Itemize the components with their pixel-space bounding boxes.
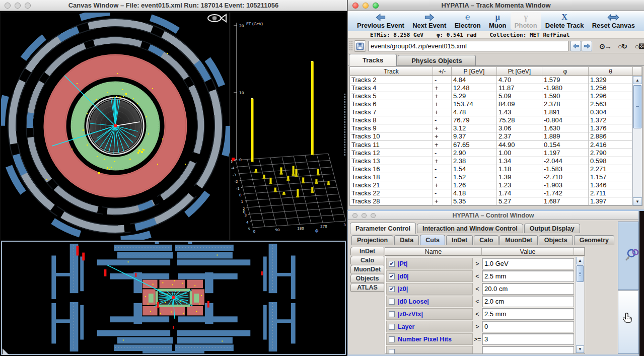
column-header[interactable]: +/-: [433, 67, 452, 76]
column-header[interactable]: φ: [542, 67, 589, 76]
tab-interaction-and-window-control[interactable]: Interaction and Window Control: [417, 224, 523, 233]
etmis-value: ETMis: 8.258 GeV: [370, 32, 423, 38]
table-row[interactable]: Tracks 2-4.844.701.5791.329: [350, 76, 632, 84]
cuts-scrollbar[interactable]: ▲ ▼: [576, 257, 584, 353]
table-row[interactable]: Tracks 12-2.901.001.1972.790: [350, 149, 632, 157]
checkbox-checked[interactable]: ✔: [389, 273, 395, 279]
checkbox-checked[interactable]: ✔: [389, 286, 395, 292]
table-cell: 1.889: [542, 132, 589, 140]
next-file-button[interactable]: [582, 41, 592, 51]
lego-plot-panel[interactable]: 01020ET (GeV)090180270360Φ-5-4-3-2-10123…: [231, 13, 346, 240]
tab-cuts[interactable]: Cuts: [420, 235, 445, 245]
side-tab-calo[interactable]: Calo: [350, 256, 384, 264]
checkbox-unchecked[interactable]: [389, 299, 395, 305]
table-row[interactable]: Tracks 4+12.4811.87-1.9801.256: [350, 84, 632, 92]
tab-calo[interactable]: Calo: [474, 235, 498, 245]
table-row[interactable]: Tracks 6+153.7484.092.3782.563: [350, 100, 632, 108]
table-cell: Tracks 28: [350, 197, 433, 205]
column-header[interactable]: P [GeV]: [452, 67, 497, 76]
table-row[interactable]: Tracks 21+1.261.23-1.9031.346: [350, 181, 632, 189]
table-cell: 4.84: [452, 76, 497, 84]
random-mode-icon[interactable]: ○⚄: [632, 40, 644, 52]
cut-value-input[interactable]: [482, 346, 574, 354]
previous-file-button[interactable]: [570, 41, 581, 51]
splitter-grip[interactable]: [344, 93, 346, 156]
cut-value-input[interactable]: [482, 333, 574, 345]
scroll-up-icon[interactable]: ▲: [633, 76, 642, 84]
svg-text:90: 90: [275, 228, 280, 232]
delete-track-button[interactable]: XDelete Track: [541, 12, 588, 30]
side-tab-indet[interactable]: InDet: [350, 247, 384, 255]
tab-physics-objects[interactable]: Physics Objects: [398, 55, 475, 65]
muon-button[interactable]: μMuon: [485, 12, 511, 30]
scroll-down-icon[interactable]: ▼: [633, 197, 642, 205]
cut-value-input[interactable]: [482, 283, 574, 295]
electron-button[interactable]: ℮Electron: [451, 12, 485, 30]
reset-canvas-button[interactable]: Reset Canvas: [588, 12, 639, 30]
table-row[interactable]: Tracks 5+5.295.091.5901.296: [350, 92, 632, 100]
column-header[interactable]: θ: [589, 67, 633, 76]
tab-tracks[interactable]: Tracks: [349, 54, 397, 66]
table-row[interactable]: Tracks 10+9.372.371.8892.886: [350, 132, 632, 140]
scroll-down-icon[interactable]: ▼: [576, 345, 584, 353]
table-row[interactable]: Tracks 22-4.181.74-1.7422.711: [350, 189, 632, 197]
fisheye-toggle-icon[interactable]: [208, 15, 226, 22]
tab-output-display[interactable]: Output Display: [524, 224, 580, 233]
previous-event-button[interactable]: Previous Event: [353, 12, 408, 30]
tracks-scrollbar[interactable]: ▲ ▼: [632, 76, 642, 205]
table-cell: Tracks 21: [350, 181, 433, 189]
tab-geometry[interactable]: Geometry: [574, 235, 614, 245]
table-row[interactable]: Tracks 11+67.6544.900.1542.416: [350, 141, 632, 149]
table-row[interactable]: Tracks 13+2.381.34-2.0440.598: [350, 157, 632, 165]
scroll-up-icon[interactable]: ▲: [576, 257, 584, 264]
muon-icon: μ: [495, 13, 500, 22]
photon-button[interactable]: γPhoton: [511, 12, 541, 30]
sequential-mode-icon[interactable]: ⊙→: [598, 40, 613, 52]
tab-indet[interactable]: InDet: [446, 235, 473, 245]
table-row[interactable]: Tracks 7+4.781.431.8910.304: [350, 108, 632, 116]
cut-value-input[interactable]: [482, 258, 574, 269]
next-event-icon: [424, 13, 435, 22]
table-row[interactable]: Tracks 8-76.7975.28-0.8041.372: [350, 116, 632, 124]
control-window-titlebar[interactable]: HYPATIA – Control Window: [348, 211, 638, 220]
side-tab-muondet[interactable]: MuonDet: [350, 265, 384, 273]
end-view-panel[interactable]: [1, 13, 230, 240]
save-button[interactable]: [354, 40, 366, 52]
cut-value-input[interactable]: [482, 270, 574, 282]
column-header[interactable]: [633, 67, 642, 76]
table-row[interactable]: Tracks 18-1.521.39-2.7101.157: [350, 173, 632, 181]
toolbar-grip[interactable]: [349, 41, 353, 51]
checkbox-unchecked[interactable]: [389, 324, 395, 330]
checkbox-unchecked[interactable]: [389, 349, 395, 354]
cut-name-label: |z0|: [398, 286, 408, 293]
tab-projection[interactable]: Projection: [351, 235, 393, 245]
table-row[interactable]: Tracks 9+3.123.061.6301.376: [350, 124, 632, 132]
checkbox-unchecked[interactable]: [389, 336, 395, 342]
side-tab-objects[interactable]: Objects: [350, 274, 384, 282]
next-event-button[interactable]: Next Event: [408, 12, 450, 30]
canvas-window: Canvas Window – File: event015.xml Run: …: [0, 0, 347, 356]
cut-value-input[interactable]: [482, 321, 574, 332]
loop-mode-icon[interactable]: ○↻: [615, 40, 630, 52]
tab-data[interactable]: Data: [394, 235, 419, 245]
table-row[interactable]: Tracks 28+5.355.271.6871.397: [350, 197, 632, 205]
column-header[interactable]: Pt [GeV]: [497, 67, 542, 76]
tab-muondet[interactable]: MuonDet: [499, 235, 537, 245]
scrollbar-thumb[interactable]: [633, 85, 641, 128]
tab-objects[interactable]: Objects: [539, 235, 573, 245]
cut-value-input[interactable]: [482, 296, 574, 307]
scrollbar-thumb[interactable]: [577, 265, 584, 282]
checkbox-unchecked[interactable]: [389, 311, 395, 317]
side-tab-atlas[interactable]: ATLAS: [350, 283, 384, 292]
resize-grip[interactable]: [3, 348, 9, 355]
column-header[interactable]: Track: [350, 67, 433, 76]
table-cell: 1.296: [589, 92, 632, 100]
table-row[interactable]: Tracks 16-1.541.18-1.5832.271: [350, 165, 632, 173]
tab-parameter-control[interactable]: Parameter Control: [350, 223, 416, 234]
checkbox-checked[interactable]: ✔: [389, 261, 395, 267]
event-file-path-input[interactable]: [368, 41, 568, 51]
cut-value-input[interactable]: [482, 308, 574, 320]
side-view-panel[interactable]: [1, 241, 346, 355]
track-window-titlebar[interactable]: HYPATIA – Track Momenta Window: [348, 0, 644, 11]
canvas-window-titlebar[interactable]: Canvas Window – File: event015.xml Run: …: [0, 0, 347, 11]
